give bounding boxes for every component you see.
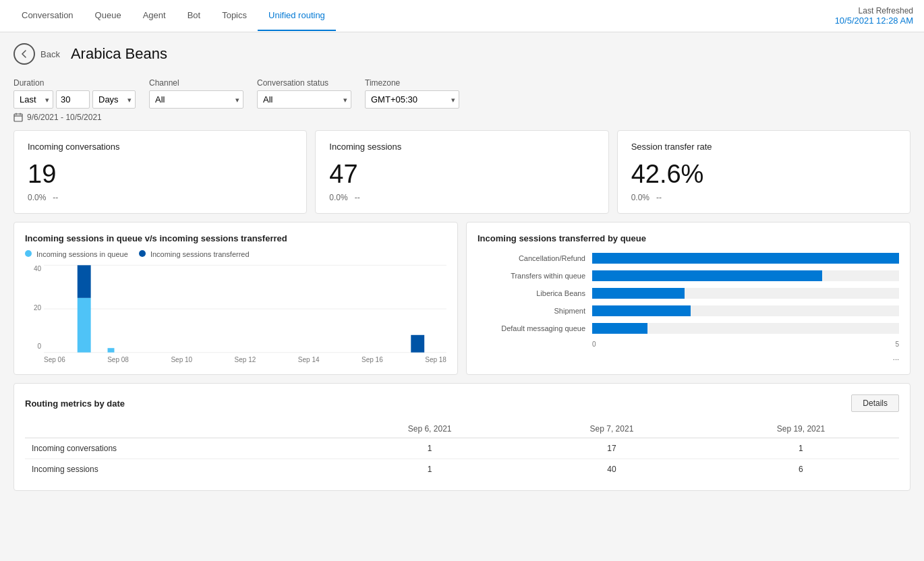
details-button[interactable]: Details	[851, 394, 899, 412]
hbar-row-4: Default messaging queue	[478, 323, 899, 334]
hbar-row-2: Liberica Beans	[478, 288, 899, 299]
hbar-chart: Cancellation/Refund Transfers within que…	[478, 250, 899, 351]
bar-queue-1	[108, 348, 115, 352]
y-label-40: 40	[25, 265, 41, 272]
hbar-label-1: Transfers within queue	[478, 272, 592, 280]
chart-sessions-vs-transferred: Incoming sessions in queue v/s incoming …	[13, 222, 458, 375]
x-label-sep06: Sep 06	[44, 356, 65, 363]
table-row: Incoming conversations 1 17 1	[25, 438, 899, 459]
hbar-fill-2	[592, 288, 685, 299]
hbar-track-0	[592, 253, 899, 264]
row-1-val-0: 1	[339, 459, 521, 480]
tab-unified-routing[interactable]: Unified routing	[258, 1, 336, 31]
hbar-fill-4	[592, 323, 647, 334]
back-button[interactable]	[13, 43, 35, 65]
legend-queue-label: Incoming sessions in queue	[36, 250, 128, 258]
tab-agent[interactable]: Agent	[132, 1, 177, 31]
x-label-sep18: Sep 18	[425, 356, 446, 363]
kpi-title-2: Session transfer rate	[631, 142, 896, 152]
hbar-track-3	[592, 305, 899, 316]
x-label-sep08: Sep 08	[107, 356, 129, 363]
table-title: Routing metrics by date	[25, 398, 125, 409]
legend-transferred-label: Incoming sessions transferred	[150, 250, 250, 258]
tab-bot[interactable]: Bot	[177, 1, 212, 31]
hbar-label-4: Default messaging queue	[478, 324, 592, 332]
hbar-row-3: Shipment	[478, 305, 899, 316]
date-range-text: 9/6/2021 - 10/5/2021	[27, 113, 102, 122]
chart-more[interactable]: ...	[478, 353, 899, 361]
table-header: Sep 6, 2021 Sep 7, 2021 Sep 19, 2021	[25, 420, 899, 438]
duration-unit-select[interactable]: Days	[92, 90, 136, 109]
table-row: Incoming sessions 1 40 6	[25, 459, 899, 480]
hbar-label-0: Cancellation/Refund	[478, 254, 592, 262]
row-0-val-1: 17	[521, 438, 703, 459]
chart-right-title: Incoming sessions transferred by queue	[478, 233, 899, 243]
duration-filter: Duration Last Days	[13, 78, 136, 109]
kpi-row: Incoming conversations 19 0.0% -- Incomi…	[13, 130, 911, 214]
filters-row: Duration Last Days Channel All	[13, 78, 911, 109]
conv-status-select[interactable]: All	[257, 90, 351, 109]
last-refreshed: Last Refreshed 10/5/2021 12:28 AM	[835, 6, 913, 26]
nav-tabs: Conversation Queue Agent Bot Topics Unif…	[11, 1, 336, 31]
kpi-title-0: Incoming conversations	[28, 142, 293, 152]
hbar-track-2	[592, 288, 899, 299]
row-1-label: Incoming sessions	[25, 459, 339, 480]
hbar-label-3: Shipment	[478, 307, 592, 315]
back-label[interactable]: Back	[40, 49, 60, 59]
kpi-value-0: 19	[28, 160, 293, 189]
bar-queue-0	[78, 298, 91, 353]
tab-conversation[interactable]: Conversation	[11, 1, 84, 31]
date-range: 9/6/2021 - 10/5/2021	[13, 113, 911, 122]
kpi-value-1: 47	[329, 160, 594, 189]
hbar-fill-1	[592, 270, 822, 281]
channel-label: Channel	[149, 78, 243, 88]
kpi-incoming-sessions: Incoming sessions 47 0.0% --	[315, 130, 608, 214]
col-header-0	[25, 420, 339, 438]
kpi-value-2: 42.6%	[631, 160, 896, 189]
channel-select[interactable]: All	[149, 90, 243, 109]
hbar-x-labels: 0 5	[592, 341, 899, 348]
bar-transfer-0	[78, 265, 91, 298]
row-1-val-2: 6	[703, 459, 899, 480]
row-0-val-2: 1	[703, 438, 899, 459]
charts-row: Incoming sessions in queue v/s incoming …	[13, 222, 911, 375]
legend-dot-queue	[25, 250, 32, 257]
kpi-incoming-conversations: Incoming conversations 19 0.0% --	[13, 130, 307, 214]
hbar-fill-0	[592, 253, 899, 264]
hbar-track-4	[592, 323, 899, 334]
routing-metrics-table: Routing metrics by date Details Sep 6, 2…	[13, 383, 911, 491]
hbar-x-0: 0	[592, 341, 596, 348]
kpi-trend-0: --	[53, 193, 58, 202]
tab-topics[interactable]: Topics	[211, 1, 258, 31]
duration-preset-select[interactable]: Last	[13, 90, 53, 109]
row-0-val-0: 1	[339, 438, 521, 459]
hbar-fill-3	[592, 305, 691, 316]
back-header: Back Arabica Beans	[13, 43, 911, 65]
legend-transferred: Incoming sessions transferred	[139, 250, 250, 258]
kpi-trend-2: --	[656, 193, 662, 202]
timezone-select[interactable]: GMT+05:30	[365, 90, 459, 109]
kpi-pct-0: 0.0%	[28, 193, 46, 202]
duration-value-input[interactable]	[56, 90, 90, 109]
conv-status-label: Conversation status	[257, 78, 351, 88]
last-refreshed-label: Last Refreshed	[835, 6, 913, 16]
legend-queue: Incoming sessions in queue	[25, 250, 128, 258]
conversation-status-filter: Conversation status All	[257, 78, 351, 109]
x-label-sep14: Sep 14	[298, 356, 320, 363]
page-title: Arabica Beans	[71, 45, 167, 63]
col-header-1: Sep 6, 2021	[339, 420, 521, 438]
tab-queue[interactable]: Queue	[84, 1, 132, 31]
svg-rect-0	[14, 114, 22, 121]
top-navigation: Conversation Queue Agent Bot Topics Unif…	[0, 0, 924, 32]
row-1-val-1: 40	[521, 459, 703, 480]
y-label-0: 0	[25, 343, 41, 350]
data-table: Sep 6, 2021 Sep 7, 2021 Sep 19, 2021 Inc…	[25, 420, 899, 479]
bar-chart-svg	[44, 265, 446, 353]
timezone-label: Timezone	[365, 78, 459, 88]
kpi-title-1: Incoming sessions	[329, 142, 594, 152]
main-content: Back Arabica Beans Duration Last Days	[0, 32, 924, 561]
bar-transfer-2	[411, 335, 424, 353]
duration-label: Duration	[13, 78, 136, 88]
hbar-label-2: Liberica Beans	[478, 289, 592, 297]
kpi-session-transfer-rate: Session transfer rate 42.6% 0.0% --	[617, 130, 911, 214]
